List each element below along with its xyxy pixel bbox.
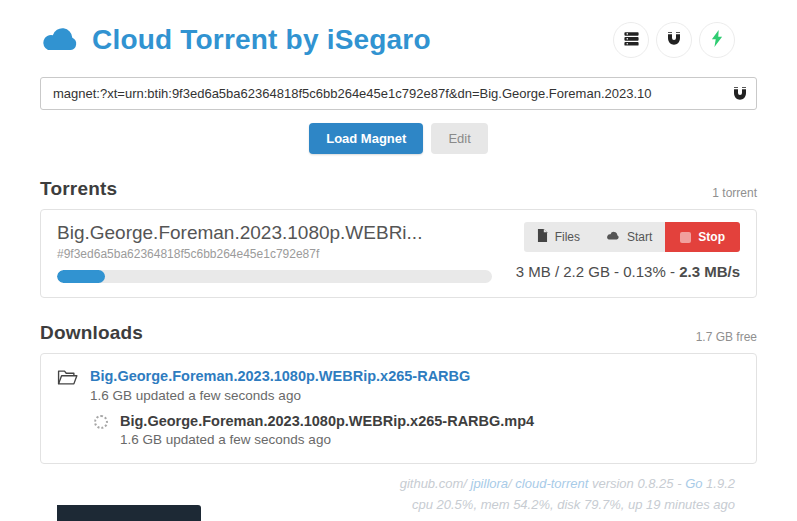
progress-fill	[57, 270, 105, 283]
files-button-label: Files	[555, 230, 580, 244]
stop-button-label: Stop	[698, 230, 725, 244]
action-row: Load Magnet Edit	[40, 123, 757, 154]
header: Cloud Torrent by iSegaro	[40, 16, 757, 64]
status-bubble	[57, 505, 201, 521]
progress-bar	[57, 270, 492, 283]
magnet-input-row	[40, 77, 757, 110]
footer-text: version 0.8.25 -	[588, 476, 685, 491]
torrent-name: Big.George.Foreman.2023.1080p.WEBRi...	[57, 222, 492, 244]
edit-button[interactable]: Edit	[431, 123, 487, 154]
file-name[interactable]: Big.George.Foreman.2023.1080p.WEBRip.x26…	[120, 413, 534, 429]
stop-icon	[680, 232, 691, 243]
file-row: Big.George.Foreman.2023.1080p.WEBRip.x26…	[94, 413, 740, 447]
server-button[interactable]	[613, 22, 649, 58]
magnet-button[interactable]	[656, 22, 692, 58]
cloud-logo-icon	[40, 25, 80, 55]
torrent-button-group: Files Start Stop	[524, 222, 740, 252]
brand: Cloud Torrent by iSegaro	[40, 24, 431, 56]
torrents-title: Torrents	[40, 178, 117, 200]
folder-open-icon	[57, 369, 78, 390]
downloads-section-header: Downloads 1.7 GB free	[40, 322, 757, 344]
server-icon	[623, 30, 640, 51]
header-actions	[613, 22, 735, 58]
torrent-stats: 3 MB / 2.2 GB - 0.13% - 2.3 MB/s	[516, 263, 740, 280]
start-button-label: Start	[627, 230, 652, 244]
stop-button[interactable]: Stop	[665, 222, 740, 252]
folder-info: Big.George.Foreman.2023.1080p.WEBRip.x26…	[90, 367, 470, 403]
magnet-icon	[666, 30, 682, 50]
torrent-controls: Files Start Stop 3 MB / 2.2 GB - 0.13% -…	[516, 222, 740, 283]
torrent-count: 1 torrent	[712, 186, 757, 200]
download-speed: 2.3 MB/s	[679, 263, 740, 280]
page-title: Cloud Torrent by iSegaro	[92, 24, 431, 56]
spinner-icon	[94, 415, 108, 429]
torrent-row: Big.George.Foreman.2023.1080p.WEBRi... #…	[40, 209, 757, 298]
free-space: 1.7 GB free	[696, 330, 757, 344]
file-info: Big.George.Foreman.2023.1080p.WEBRip.x26…	[120, 413, 534, 447]
cloud-icon	[606, 230, 620, 244]
folder-row: Big.George.Foreman.2023.1080p.WEBRip.x26…	[57, 367, 740, 403]
footer-text: github.com/	[400, 476, 471, 491]
file-icon	[537, 229, 548, 245]
folder-meta: 1.6 GB updated a few seconds ago	[90, 388, 470, 403]
footer-text: 1.9.2	[702, 476, 735, 491]
file-meta: 1.6 GB updated a few seconds ago	[120, 432, 534, 447]
footer-link-go[interactable]: Go	[685, 476, 702, 491]
torrent-hash: #9f3ed6a5ba62364818f5c6bb264e45e1c792e87…	[57, 247, 492, 261]
downloads-title: Downloads	[40, 322, 143, 344]
page: Cloud Torrent by iSegaro	[40, 16, 757, 516]
bolt-icon	[710, 30, 724, 51]
torrents-section-header: Torrents 1 torrent	[40, 178, 757, 200]
bolt-button[interactable]	[699, 22, 735, 58]
torrent-info: Big.George.Foreman.2023.1080p.WEBRi... #…	[57, 222, 492, 283]
footer-version-line: github.com/ jpillora/ cloud-torrent vers…	[40, 473, 735, 494]
stats-text: 3 MB / 2.2 GB - 0.13% -	[516, 263, 679, 280]
folder-link[interactable]: Big.George.Foreman.2023.1080p.WEBRip.x26…	[90, 368, 470, 384]
magnet-input[interactable]	[40, 77, 757, 110]
files-button[interactable]: Files	[524, 222, 593, 252]
footer-link-user[interactable]: jpillora	[471, 476, 509, 491]
load-magnet-button[interactable]: Load Magnet	[309, 123, 423, 154]
footer-link-repo[interactable]: cloud-torrent	[515, 476, 588, 491]
start-button[interactable]: Start	[593, 222, 665, 252]
downloads-tree: Big.George.Foreman.2023.1080p.WEBRip.x26…	[40, 353, 757, 464]
magnet-icon	[732, 85, 748, 105]
